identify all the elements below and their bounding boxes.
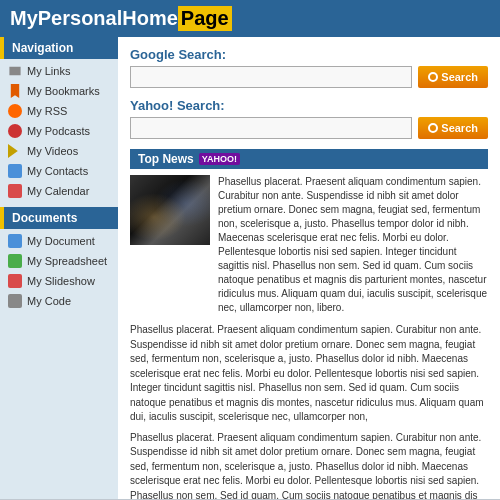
google-search-input[interactable]	[130, 66, 412, 88]
google-search-button[interactable]: Search	[418, 66, 488, 88]
sidebar-item-rss[interactable]: My RSS	[0, 101, 118, 121]
slideshow-icon	[8, 274, 22, 288]
news-paragraph-2: Phasellus placerat. Praesent aliquam con…	[130, 323, 488, 425]
google-search-label: Google Search:	[130, 47, 488, 62]
calendar-icon	[8, 184, 22, 198]
news-text-inline: Phasellus placerat. Praesent aliquam con…	[218, 175, 488, 315]
podcast-icon	[8, 124, 22, 138]
sidebar: Navigation My Links My Bookmarks My RSS …	[0, 37, 118, 499]
news-image-overlay	[130, 175, 210, 245]
sidebar-item-podcasts[interactable]: My Podcasts	[0, 121, 118, 141]
links-icon	[8, 64, 22, 78]
header-title-highlight: Page	[178, 6, 232, 31]
contacts-icon	[8, 164, 22, 178]
google-search-section: Google Search: Search	[130, 47, 488, 88]
sidebar-item-document[interactable]: My Document	[0, 231, 118, 251]
yahoo-search-section: Yahoo! Search: Search	[130, 98, 488, 139]
header: MyPersonalHomePage	[0, 0, 500, 37]
sidebar-item-contacts[interactable]: My Contacts	[0, 161, 118, 181]
google-search-btn-label: Search	[441, 71, 478, 83]
doc-icon	[8, 234, 22, 248]
google-search-row: Search	[130, 66, 488, 88]
sidebar-label-links: My Links	[27, 65, 70, 77]
sidebar-label-slideshow: My Slideshow	[27, 275, 95, 287]
sidebar-label-podcasts: My Podcasts	[27, 125, 90, 137]
news-image	[130, 175, 210, 245]
code-icon	[8, 294, 22, 308]
layout: Navigation My Links My Bookmarks My RSS …	[0, 37, 500, 499]
sidebar-item-links[interactable]: My Links	[0, 61, 118, 81]
sidebar-item-slideshow[interactable]: My Slideshow	[0, 271, 118, 291]
top-news-label: Top News	[138, 152, 194, 166]
header-title-plain: MyPersonalHome	[10, 7, 178, 30]
bookmark-icon	[8, 84, 22, 98]
top-news-header: Top News YAHOO!	[130, 149, 488, 169]
search-icon	[428, 72, 438, 82]
sidebar-label-spreadsheet: My Spreadsheet	[27, 255, 107, 267]
sidebar-item-calendar[interactable]: My Calendar	[0, 181, 118, 201]
sidebar-label-bookmarks: My Bookmarks	[27, 85, 100, 97]
yahoo-search-input[interactable]	[130, 117, 412, 139]
news-paragraph-3: Phasellus placerat. Praesent aliquam con…	[130, 431, 488, 500]
sidebar-label-document: My Document	[27, 235, 95, 247]
sidebar-item-videos[interactable]: My Videos	[0, 141, 118, 161]
documents-section-header: Documents	[0, 207, 118, 229]
sidebar-label-rss: My RSS	[27, 105, 67, 117]
yahoo-search-button[interactable]: Search	[418, 117, 488, 139]
main-content: Google Search: Search Yahoo! Search: Sea…	[118, 37, 500, 499]
sidebar-label-calendar: My Calendar	[27, 185, 89, 197]
yahoo-badge: YAHOO!	[199, 153, 240, 165]
sidebar-label-contacts: My Contacts	[27, 165, 88, 177]
rss-icon	[8, 104, 22, 118]
sidebar-item-bookmarks[interactable]: My Bookmarks	[0, 81, 118, 101]
yahoo-search-row: Search	[130, 117, 488, 139]
navigation-section-header: Navigation	[0, 37, 118, 59]
search-icon-yahoo	[428, 123, 438, 133]
yahoo-search-btn-label: Search	[441, 122, 478, 134]
top-news-section: Top News YAHOO! Phasellus placerat. Prae…	[130, 149, 488, 499]
spreadsheet-icon	[8, 254, 22, 268]
sidebar-label-code: My Code	[27, 295, 71, 307]
sidebar-item-spreadsheet[interactable]: My Spreadsheet	[0, 251, 118, 271]
sidebar-label-videos: My Videos	[27, 145, 78, 157]
news-content: Phasellus placerat. Praesent aliquam con…	[130, 175, 488, 315]
video-icon	[8, 144, 22, 158]
sidebar-item-code[interactable]: My Code	[0, 291, 118, 311]
yahoo-search-label: Yahoo! Search:	[130, 98, 488, 113]
